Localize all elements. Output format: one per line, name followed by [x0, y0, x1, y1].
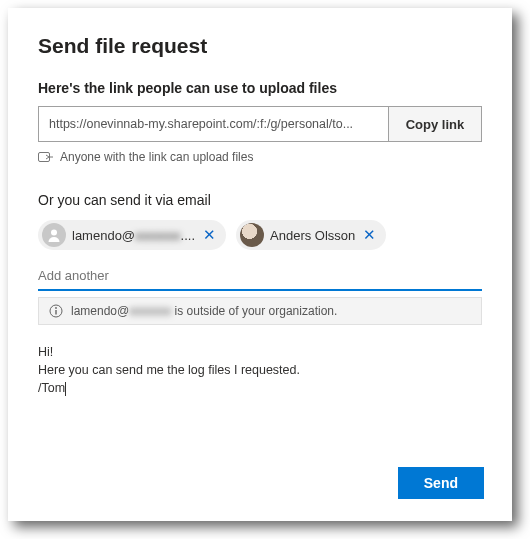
recipient-chip[interactable]: Anders Olsson ✕	[236, 220, 386, 250]
share-url[interactable]: https://onevinnab-my.sharepoint.com/:f:/…	[39, 107, 389, 141]
add-recipient-input[interactable]	[38, 264, 482, 291]
external-warning: lamendo@xxxxxxx is outside of your organ…	[38, 297, 482, 325]
recipient-label: Anders Olsson	[270, 228, 355, 243]
svg-rect-0	[39, 153, 50, 162]
email-heading: Or you can send it via email	[38, 192, 482, 208]
svg-rect-4	[55, 310, 56, 315]
send-button[interactable]: Send	[398, 467, 484, 499]
warning-text: lamendo@xxxxxxx is outside of your organ…	[71, 304, 337, 318]
recipient-chip[interactable]: lamendo@xxxxxxx.... ✕	[38, 220, 226, 250]
send-file-request-dialog: Send file request Here's the link people…	[8, 8, 512, 521]
permission-info[interactable]: Anyone with the link can upload files	[38, 150, 482, 164]
avatar-photo	[240, 223, 264, 247]
permission-text: Anyone with the link can upload files	[60, 150, 253, 164]
svg-point-3	[55, 307, 57, 309]
info-icon	[49, 304, 63, 318]
text-cursor	[65, 382, 66, 396]
dialog-title: Send file request	[38, 34, 482, 58]
svg-point-1	[51, 230, 57, 236]
link-heading: Here's the link people can use to upload…	[38, 80, 482, 96]
avatar-placeholder-icon	[42, 223, 66, 247]
recipient-chips: lamendo@xxxxxxx.... ✕ Anders Olsson ✕	[38, 220, 482, 250]
message-body[interactable]: Hi! Here you can send me the log files I…	[38, 343, 482, 397]
link-row: https://onevinnab-my.sharepoint.com/:f:/…	[38, 106, 482, 142]
remove-recipient-icon[interactable]: ✕	[201, 226, 218, 244]
copy-link-button[interactable]: Copy link	[389, 107, 481, 141]
link-permission-icon	[38, 150, 54, 164]
remove-recipient-icon[interactable]: ✕	[361, 226, 378, 244]
recipient-label: lamendo@xxxxxxx....	[72, 228, 195, 243]
